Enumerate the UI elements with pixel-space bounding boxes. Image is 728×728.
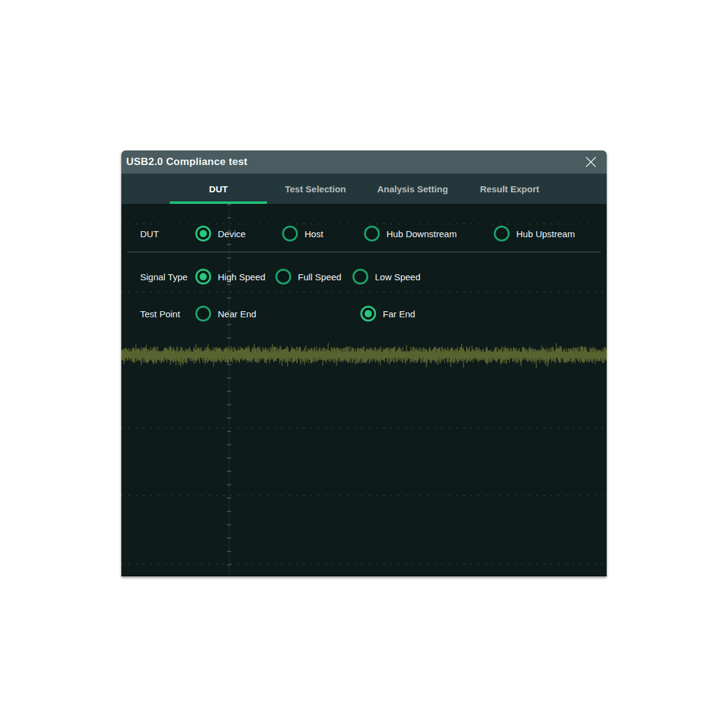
graticule-hline xyxy=(121,495,607,496)
radio-dot-icon xyxy=(200,230,207,237)
usb-compliance-dialog: USB2.0 Compliance test DUT Test Selectio… xyxy=(121,150,607,576)
radio-dot-icon xyxy=(286,230,294,237)
radio-label: Far End xyxy=(383,309,415,319)
radio-dot-icon xyxy=(200,310,207,317)
radio-hub-upstream[interactable]: Hub Upstream xyxy=(494,226,575,241)
tab-bar: DUT Test Selection Analysis Setting Resu… xyxy=(121,174,607,204)
dialog-content: DUT Device Host Hub Downstream Hub Upstr… xyxy=(121,204,607,576)
radio-host[interactable]: Host xyxy=(282,226,323,241)
radio-ring-icon xyxy=(195,226,211,241)
tab-analysis-setting[interactable]: Analysis Setting xyxy=(364,174,461,204)
radio-ring-icon xyxy=(275,269,291,285)
radio-label: Low Speed xyxy=(375,272,420,282)
radio-label: Host xyxy=(305,229,323,239)
radio-label: Device xyxy=(218,229,246,239)
dialog-titlebar[interactable]: USB2.0 Compliance test xyxy=(121,150,607,174)
tab-result-export[interactable]: Result Export xyxy=(461,174,558,204)
radio-dot-icon xyxy=(368,230,376,237)
radio-ring-icon xyxy=(352,269,368,285)
radio-dot-icon xyxy=(357,273,364,280)
graticule-hline xyxy=(121,563,607,564)
graticule-hline xyxy=(121,359,607,360)
radio-dot-icon xyxy=(365,310,372,317)
row-separator xyxy=(127,252,601,252)
graticule-vline-ticks xyxy=(227,204,231,575)
tab-test-selection[interactable]: Test Selection xyxy=(267,174,364,204)
radio-label: Near End xyxy=(218,309,256,319)
radio-dot-icon xyxy=(200,273,207,280)
radio-ring-icon xyxy=(360,306,376,322)
close-button[interactable] xyxy=(582,153,599,170)
graticule-hline xyxy=(121,291,607,292)
close-icon xyxy=(584,155,598,169)
radio-ring-icon xyxy=(282,226,298,241)
radio-ring-icon xyxy=(364,226,380,241)
radio-ring-icon xyxy=(494,226,510,241)
radio-label: Hub Upstream xyxy=(516,229,575,239)
radio-device[interactable]: Device xyxy=(195,226,246,241)
graticule-center-vline xyxy=(229,204,229,575)
graticule-hline xyxy=(121,223,607,224)
test-point-row-label: Test Point xyxy=(140,309,180,319)
radio-label: High Speed xyxy=(218,272,265,282)
radio-near-end[interactable]: Near End xyxy=(195,306,256,322)
radio-low-speed[interactable]: Low Speed xyxy=(352,269,420,285)
radio-far-end[interactable]: Far End xyxy=(360,306,415,322)
waveform-trace xyxy=(121,331,607,380)
radio-high-speed[interactable]: High Speed xyxy=(195,269,265,285)
graticule-hline xyxy=(121,427,607,428)
dialog-title: USB2.0 Compliance test xyxy=(126,156,248,168)
radio-full-speed[interactable]: Full Speed xyxy=(275,269,342,285)
dut-row-label: DUT xyxy=(140,229,159,239)
signal-type-row-label: Signal Type xyxy=(140,272,187,282)
radio-dot-icon xyxy=(498,230,505,237)
radio-ring-icon xyxy=(195,306,211,322)
radio-label: Hub Downstream xyxy=(386,229,457,239)
tab-dut[interactable]: DUT xyxy=(170,174,267,204)
radio-hub-downstream[interactable]: Hub Downstream xyxy=(364,226,457,241)
radio-label: Full Speed xyxy=(298,272,342,282)
radio-dot-icon xyxy=(280,273,287,280)
radio-ring-icon xyxy=(195,269,211,285)
